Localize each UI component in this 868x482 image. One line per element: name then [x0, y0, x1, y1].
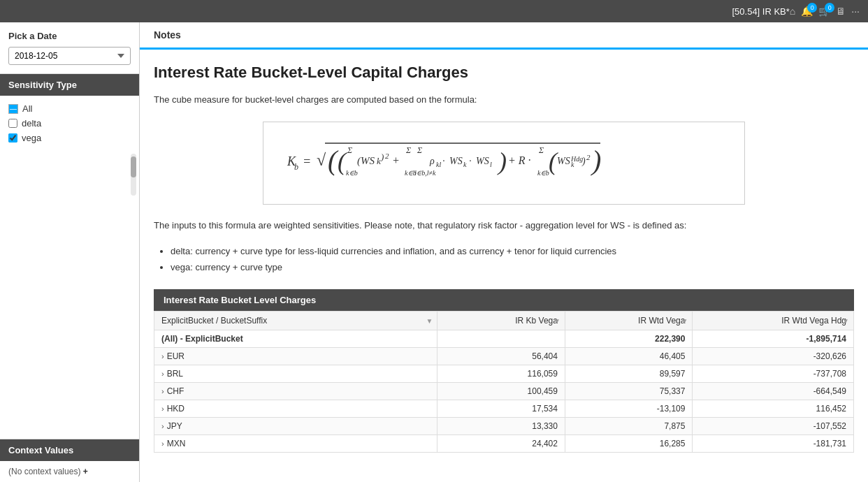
- svg-text:): ): [591, 145, 601, 176]
- svg-text:): ): [380, 152, 384, 162]
- more-icon[interactable]: ···: [851, 6, 860, 17]
- scroll-track[interactable]: [131, 154, 136, 196]
- context-values-header: Context Values: [0, 439, 139, 461]
- cell-ir-wtd-vega: 222,390: [565, 330, 692, 348]
- cell-ir-kb-vega: 56,404: [437, 348, 565, 365]
- cell-bucket: ›EUR: [154, 348, 437, 365]
- expand-arrow[interactable]: ›: [161, 439, 164, 448]
- svg-text:b: b: [294, 162, 298, 172]
- col-ir-wtd-vega[interactable]: IR Wtd Vega ▼: [565, 312, 692, 330]
- checkbox-vega[interactable]: [8, 133, 17, 143]
- cell-ir-kb-vega: 17,534: [437, 400, 565, 418]
- home-icon[interactable]: ⌂: [790, 6, 795, 17]
- content-body: Interest Rate Bucket-Level Capital Charg…: [140, 50, 868, 482]
- cell-ir-wtd-vega-hdg: -107,552: [693, 418, 854, 435]
- bullet-list: delta: currency + curve type for less-li…: [171, 243, 854, 276]
- table-body: (All) - ExplicitBucket222,390-1,895,714›…: [154, 330, 854, 453]
- col-ir-kb-vega[interactable]: IR Kb Vega ▼: [437, 312, 565, 330]
- sensitivity-all: — All: [8, 101, 131, 116]
- col-bucket[interactable]: ExplicitBucket / BucketSuffix ▼: [154, 312, 437, 330]
- bullet-vega: vega: currency + curve type: [171, 259, 854, 275]
- cell-ir-wtd-vega: 75,337: [565, 383, 692, 400]
- cell-ir-wtd-vega-hdg: -181,731: [693, 435, 854, 453]
- sensitivity-delta: delta: [8, 116, 131, 131]
- table-row: ›BRL116,05989,597-737,708: [154, 365, 854, 383]
- add-context-button[interactable]: +: [83, 467, 88, 476]
- table-title-bar: Interest Rate Bucket Level Charges: [154, 289, 854, 311]
- main-layout: Pick a Date 2018-12-05 Sensitivity Type …: [0, 22, 868, 482]
- expand-arrow[interactable]: ›: [161, 404, 164, 413]
- expand-arrow[interactable]: ›: [161, 352, 164, 360]
- cell-bucket: ›CHF: [154, 383, 437, 400]
- pick-date-section: Pick a Date 2018-12-05: [0, 22, 139, 74]
- cell-ir-wtd-vega: 89,597: [565, 365, 692, 383]
- svg-text:): ): [497, 147, 507, 175]
- sort-arrow-bucket: ▼: [426, 317, 433, 325]
- svg-text:√: √: [317, 151, 326, 169]
- cell-bucket: ›MXN: [154, 435, 437, 453]
- sensitivity-vega-label[interactable]: vega: [22, 133, 41, 143]
- cell-ir-wtd-vega: 7,875: [565, 418, 692, 435]
- bullet-delta: delta: currency + curve type for less-li…: [171, 243, 854, 259]
- body-text: The inputs to this formula are weighted …: [154, 219, 854, 233]
- table-row: ›HKD17,534-13,109116,452: [154, 400, 854, 418]
- expand-arrow[interactable]: ›: [161, 387, 164, 395]
- svg-text:2: 2: [385, 152, 389, 160]
- table-section: Interest Rate Bucket Level Charges Expli…: [154, 289, 854, 453]
- svg-text:Σ: Σ: [538, 145, 544, 155]
- cell-ir-kb-vega: 24,402: [437, 435, 565, 453]
- svg-text:k: k: [571, 161, 574, 168]
- cart-badge: 0: [825, 3, 834, 13]
- date-select[interactable]: 2018-12-05: [8, 47, 131, 65]
- cart-icon[interactable]: 🛒 0: [818, 6, 830, 17]
- sidebar-spacer: [0, 151, 139, 439]
- cell-ir-wtd-vega: -13,109: [565, 400, 692, 418]
- svg-text:+ R ·: + R ·: [508, 154, 531, 166]
- expand-arrow[interactable]: ›: [161, 422, 164, 430]
- sensitivity-delta-label[interactable]: delta: [22, 118, 41, 129]
- sort-arrow-hdg: ▼: [842, 317, 849, 325]
- svg-text:WS: WS: [449, 156, 463, 166]
- svg-text:2: 2: [586, 153, 591, 161]
- svg-text:k∈b: k∈b: [346, 169, 358, 177]
- checkbox-all-icon[interactable]: —: [8, 104, 18, 114]
- table-row: ›EUR56,40446,405-320,626: [154, 348, 854, 365]
- formula-box: K b = √ ( ( Σ k∈b (WS: [263, 122, 745, 205]
- notes-header: Notes: [140, 22, 868, 50]
- monitor-icon[interactable]: 🖥: [836, 6, 846, 17]
- cell-ir-kb-vega: [437, 330, 565, 348]
- scroll-thumb[interactable]: [131, 156, 136, 177]
- table-row: (All) - ExplicitBucket222,390-1,895,714: [154, 330, 854, 348]
- expand-arrow[interactable]: ›: [161, 370, 164, 378]
- svg-text:ρ: ρ: [429, 156, 435, 166]
- cell-bucket: (All) - ExplicitBucket: [154, 330, 437, 348]
- table-header-row: ExplicitBucket / BucketSuffix ▼ IR Kb Ve…: [154, 312, 854, 330]
- col-ir-wtd-vega-hdg[interactable]: IR Wtd Vega Hdg ▼: [693, 312, 854, 330]
- cell-bucket: ›HKD: [154, 400, 437, 418]
- svg-text:WS: WS: [476, 156, 489, 166]
- formula-display: K b = √ ( ( Σ k∈b (WS: [280, 180, 728, 191]
- svg-text:): ): [581, 156, 586, 167]
- app-title: [50.54] IR KB*: [732, 6, 789, 17]
- sensitivity-all-label[interactable]: All: [22, 103, 32, 114]
- sidebar: Pick a Date 2018-12-05 Sensitivity Type …: [0, 22, 140, 482]
- intro-text: The cube measure for bucket-level charge…: [154, 93, 854, 108]
- cell-ir-wtd-vega-hdg: -664,549: [693, 383, 854, 400]
- cell-ir-wtd-vega-hdg: 116,452: [693, 400, 854, 418]
- cell-ir-kb-vega: 100,459: [437, 383, 565, 400]
- cell-ir-wtd-vega: 46,405: [565, 348, 692, 365]
- sensitivity-items: — All delta vega: [0, 96, 139, 151]
- formula-svg: K b = √ ( ( Σ k∈b (WS: [280, 133, 728, 189]
- cell-bucket: ›JPY: [154, 418, 437, 435]
- page-title: Interest Rate Bucket-Level Capital Charg…: [154, 64, 854, 82]
- svg-text:=: =: [303, 154, 311, 168]
- cell-bucket: ›BRL: [154, 365, 437, 383]
- sensitivity-vega: vega: [8, 131, 131, 145]
- notifications-icon[interactable]: 🔔 0: [801, 6, 813, 17]
- cell-ir-kb-vega: 116,059: [437, 365, 565, 383]
- cell-ir-wtd-vega-hdg: -737,708: [693, 365, 854, 383]
- cell-ir-wtd-vega: 16,285: [565, 435, 692, 453]
- no-context-values-text: (No context values): [8, 467, 80, 476]
- sort-arrow-wtd: ▼: [681, 317, 688, 325]
- checkbox-delta[interactable]: [8, 119, 17, 128]
